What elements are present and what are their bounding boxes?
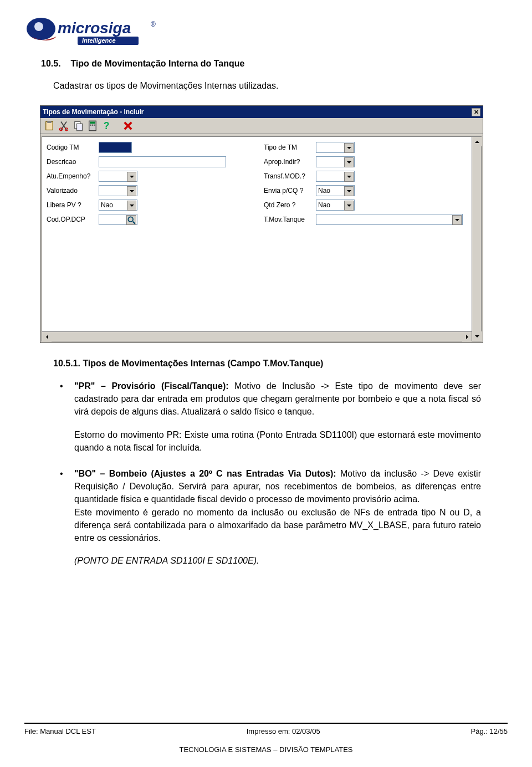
svg-text:?: ? xyxy=(104,120,110,131)
label-libera-pv: Libera PV ? xyxy=(44,201,99,209)
window-title: Tipos de Movimentaçäo - Incluir xyxy=(43,108,144,116)
value-libera-pv: Nao xyxy=(101,201,113,209)
select-aprop-indir[interactable] xyxy=(316,156,355,167)
chevron-down-icon xyxy=(344,186,354,196)
chevron-down-icon xyxy=(452,215,462,225)
cancel-icon[interactable] xyxy=(122,120,134,131)
page-footer: File: Manual DCL EST Impresso em: 02/03/… xyxy=(24,723,508,754)
form-row: Descricao Aprop.Indir? xyxy=(44,155,479,169)
window-close-button[interactable]: ✕ xyxy=(472,108,480,116)
input-codigo-tm[interactable] xyxy=(99,142,132,153)
select-envia-cq[interactable]: Nao xyxy=(316,185,355,196)
select-valorizado[interactable] xyxy=(99,185,137,196)
label-t-mov-tanque: T.Mov.Tanque xyxy=(262,216,316,223)
svg-line-19 xyxy=(133,222,135,224)
section-intro: Cadastrar os tipos de Movimentações Inte… xyxy=(53,81,479,91)
calc-icon[interactable] xyxy=(87,120,98,131)
form-panel: Codigo TM Tipo de TM Descricao Aprop.I xyxy=(42,136,482,341)
scroll-left-icon[interactable] xyxy=(42,332,52,341)
search-icon[interactable] xyxy=(126,215,136,225)
label-envia-cq: Envia p/CQ ? xyxy=(262,187,316,195)
svg-rect-13 xyxy=(90,122,95,124)
label-codigo-tm: Codigo TM xyxy=(44,144,99,151)
svg-rect-15 xyxy=(92,125,94,126)
value-envia-cq: Nao xyxy=(318,187,330,195)
form-row: Libera PV ? Nao Qtd Zero ? Nao xyxy=(44,198,479,212)
label-atu-empenho: Atu.Empenho? xyxy=(44,172,99,180)
select-tipo-tm[interactable] xyxy=(316,142,355,153)
label-aprop-indir: Aprop.Indir? xyxy=(262,158,316,166)
section-heading: 10.5. Tipo de Movimentação Interna do Ta… xyxy=(41,59,508,69)
label-transf-mod: Transf.MOD.? xyxy=(262,172,316,180)
chevron-down-icon xyxy=(127,201,136,211)
footer-page: Pág.: 12/55 xyxy=(471,727,508,735)
bullet-extra2: Este movimento é gerado no momento da in… xyxy=(74,508,481,543)
chevron-down-icon xyxy=(344,157,354,167)
form-row: Cod.OP.DCP T.Mov.Tanque xyxy=(44,212,479,227)
select-transf-mod[interactable] xyxy=(316,171,355,182)
svg-text:microsiga: microsiga xyxy=(58,19,131,37)
footer-dept: TECNOLOGIA E SISTEMAS – DIVISÃO TEMPLATE… xyxy=(24,745,508,754)
chevron-down-icon xyxy=(344,143,354,153)
scroll-right-icon[interactable] xyxy=(462,332,472,341)
window-toolbar: ? xyxy=(40,118,483,134)
bullet-note: (PONTO DE ENTRADA SD1100I E SD1100E). xyxy=(74,554,481,567)
footer-file: File: Manual DCL EST xyxy=(24,727,96,735)
bullet-lead: "PR" – Provisório (Fiscal/Tanque): xyxy=(74,381,234,391)
label-tipo-tm: Tipo de TM xyxy=(262,144,316,151)
footer-rule xyxy=(24,723,508,724)
section-title: Tipo de Movimentação Interna do Tanque xyxy=(70,59,244,68)
subsection-heading: 10.5.1. Tipos de Movimentações Internas … xyxy=(53,359,508,369)
paste-icon[interactable] xyxy=(44,120,55,131)
svg-rect-14 xyxy=(90,125,91,126)
window-titlebar: Tipos de Movimentaçäo - Incluir ✕ xyxy=(40,106,483,118)
section-number: 10.5. xyxy=(41,59,61,68)
cut-icon[interactable] xyxy=(58,120,69,131)
chevron-down-icon xyxy=(344,172,354,182)
form-row: Valorizado Envia p/CQ ? Nao xyxy=(44,183,479,198)
label-descricao: Descricao xyxy=(44,158,99,166)
svg-point-18 xyxy=(128,217,133,222)
logo-icon: microsiga intelligence ® xyxy=(24,16,168,50)
svg-text:intelligence: intelligence xyxy=(82,37,116,44)
scroll-up-icon[interactable] xyxy=(472,137,482,146)
bullet-lead: "BO" – Bombeio (Ajustes a 20º C nas Entr… xyxy=(74,469,340,478)
form-row: Atu.Empenho? Transf.MOD.? xyxy=(44,169,479,183)
svg-rect-11 xyxy=(77,124,83,131)
label-valorizado: Valorizado xyxy=(44,187,99,195)
horizontal-scrollbar[interactable] xyxy=(42,331,472,341)
select-t-mov-tanque[interactable] xyxy=(316,214,463,225)
vertical-scrollbar[interactable] xyxy=(472,137,481,341)
input-cod-op-dcp[interactable] xyxy=(99,214,137,225)
page: microsiga intelligence ® 10.5. Tipo de M… xyxy=(0,0,532,767)
help-icon[interactable]: ? xyxy=(101,120,112,131)
list-item: "PR" – Provisório (Fiscal/Tanque): Motiv… xyxy=(53,380,481,454)
list-item: "BO" – Bombeio (Ajustes a 20º C nas Entr… xyxy=(53,467,481,567)
svg-point-1 xyxy=(34,22,43,31)
chevron-down-icon xyxy=(127,172,136,182)
bullet-list: "PR" – Provisório (Fiscal/Tanque): Motiv… xyxy=(53,380,481,567)
close-icon: ✕ xyxy=(474,109,479,116)
svg-rect-16 xyxy=(94,125,96,126)
app-window: Tipos de Movimentaçäo - Incluir ✕ ? Codi… xyxy=(40,105,483,343)
select-atu-empenho[interactable] xyxy=(99,171,137,182)
select-qtd-zero[interactable]: Nao xyxy=(316,200,355,211)
company-logo: microsiga intelligence ® xyxy=(24,16,508,50)
scroll-down-icon[interactable] xyxy=(472,331,482,341)
copy-icon[interactable] xyxy=(73,120,84,131)
bullet-extra: Estorno do movimento PR: Existe uma roti… xyxy=(74,428,481,454)
svg-text:®: ® xyxy=(151,21,156,28)
label-qtd-zero: Qtd Zero ? xyxy=(262,201,316,209)
input-descricao[interactable] xyxy=(99,156,226,167)
value-qtd-zero: Nao xyxy=(318,201,330,209)
chevron-down-icon xyxy=(344,201,354,211)
label-cod-op-dcp: Cod.OP.DCP xyxy=(44,216,99,223)
svg-rect-7 xyxy=(47,121,52,123)
form-row: Codigo TM Tipo de TM xyxy=(44,140,479,155)
footer-printed: Impresso em: 02/03/05 xyxy=(247,727,320,735)
chevron-down-icon xyxy=(127,186,136,196)
select-libera-pv[interactable]: Nao xyxy=(99,200,137,211)
